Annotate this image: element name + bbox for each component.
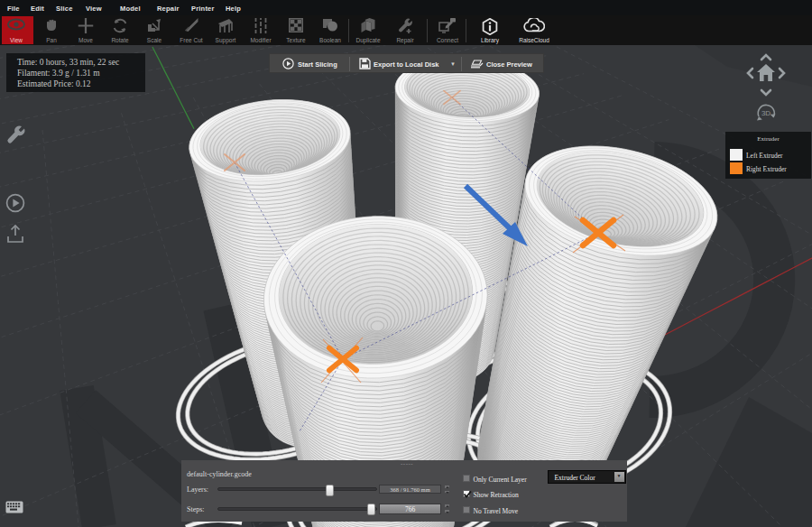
svg-text:3D: 3D: [761, 109, 770, 117]
